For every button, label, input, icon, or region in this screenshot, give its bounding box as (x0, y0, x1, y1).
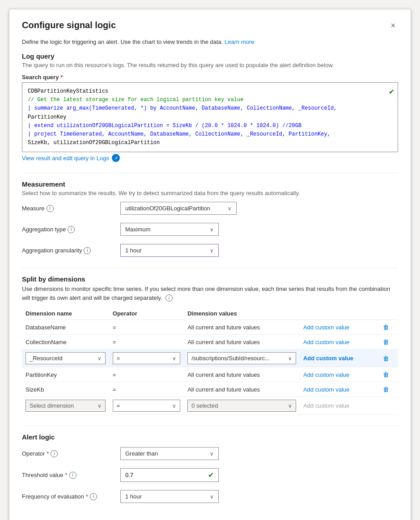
add-custom-disabled: Add custom value (303, 402, 349, 409)
table-row: CollectionName = All current and future … (22, 335, 398, 350)
aggregation-type-dropdown-arrow: ∨ (210, 226, 214, 233)
panel-title: Configure signal logic (22, 20, 116, 30)
operator-header: Operator (109, 307, 184, 320)
dim-name-header: Dimension name (22, 307, 109, 320)
measurement-title: Measurement (22, 180, 398, 188)
aggregation-type-dropdown[interactable]: Maximum ∨ (120, 223, 219, 236)
operator-info-icon[interactable]: i (51, 450, 58, 457)
external-link-icon: ↗ (112, 154, 120, 162)
frequency-required-marker: * (86, 493, 88, 500)
query-line-1: CDBPartitionKeyStatistics (28, 87, 382, 96)
dim-name-dropdown[interactable]: _ResourceId ∨ (25, 352, 106, 364)
learn-more-link[interactable]: Learn more (225, 38, 254, 45)
operator-cell: = ∨ (109, 397, 184, 415)
add-custom-link[interactable]: Add custom value (303, 386, 349, 393)
measure-dropdown-arrow: ∨ (228, 205, 232, 212)
dim-values-cell: All current and future values (184, 335, 300, 350)
close-button[interactable]: × (388, 20, 398, 31)
operator-row: Operator * i Greater than ∨ (22, 447, 398, 460)
operator-cell: = (109, 335, 184, 350)
operator-dropdown[interactable]: Greater than ∨ (120, 447, 219, 460)
split-title: Split by dimensions (22, 275, 398, 283)
add-custom-link[interactable]: Add custom value (303, 324, 349, 331)
frequency-row: Frequency of evaluation * i 1 hour ∨ (22, 490, 398, 503)
table-row: Select dimension ∨ = ∨ 0 selected (22, 397, 398, 415)
operator-dropdown-arrow: ∨ (172, 355, 176, 362)
dimensions-table: Dimension name Operator Dimension values… (22, 307, 398, 415)
trash-icon: 🗑 (383, 371, 389, 378)
add-custom-link[interactable]: Add custom value (303, 355, 353, 362)
threshold-input-wrapper: ✔ (120, 468, 219, 482)
threshold-info-icon[interactable]: i (69, 472, 76, 479)
dim-values-dropdown-new[interactable]: 0 selected ∨ (187, 400, 296, 412)
threshold-label: Threshold value * i (22, 472, 120, 479)
required-marker: * (60, 74, 63, 81)
split-info-icon[interactable]: i (165, 294, 173, 302)
add-custom-link[interactable]: Add custom value (303, 371, 349, 378)
add-custom-cell: Add custom value (300, 350, 377, 367)
dim-values-dropdown[interactable]: /subscriptions/SubId/resourc... ∨ (187, 352, 296, 364)
measurement-desc: Select how to summarize the results. We … (22, 190, 398, 196)
add-custom-link[interactable]: Add custom value (303, 339, 349, 345)
operator-dropdown-new[interactable]: = ∨ (113, 400, 180, 412)
panel-header: Configure signal logic × (22, 20, 398, 31)
aggregation-granularity-label: Aggregation granularity i (22, 247, 120, 254)
aggregation-type-label: Aggregation type i (22, 226, 120, 233)
delete-cell: 🗑 (377, 320, 398, 335)
delete-row-button[interactable]: 🗑 (380, 323, 392, 332)
aggregation-granularity-dropdown[interactable]: 1 hour ∨ (120, 244, 219, 257)
delete-cell: 🗑 (377, 350, 398, 367)
dim-values-dropdown-arrow: ∨ (288, 355, 292, 362)
search-query-label: Search query * (22, 74, 398, 81)
threshold-row: Threshold value * i ✔ (22, 468, 398, 482)
frequency-label: Frequency of evaluation * i (22, 493, 120, 500)
alert-logic-section: Alert logic Operator * i Greater than ∨ … (22, 433, 398, 503)
dimensions-header-row: Dimension name Operator Dimension values (22, 307, 398, 320)
query-valid-icon: ✔ (389, 86, 394, 96)
frequency-dropdown-arrow: ∨ (210, 494, 214, 500)
dim-values-cell: All current and future values (184, 382, 300, 397)
delete-row-button[interactable]: 🗑 (380, 385, 392, 394)
add-custom-cell: Add custom value (300, 397, 377, 415)
search-query-box[interactable]: CDBPartitionKeyStatistics // Get the lat… (22, 82, 398, 152)
dim-values-cell: 0 selected ∨ (184, 397, 300, 415)
threshold-valid-icon: ✔ (208, 471, 214, 479)
operator-dropdown-new-arrow: ∨ (172, 403, 176, 409)
frequency-dropdown[interactable]: 1 hour ∨ (120, 490, 219, 503)
frequency-info-icon[interactable]: i (90, 493, 97, 500)
operator-required-marker: * (47, 450, 49, 457)
query-line-6: | project TimeGenerated, AccountName, Da… (28, 130, 382, 139)
threshold-required-marker: * (65, 472, 68, 478)
configure-signal-logic-panel: Configure signal logic × Define the logi… (9, 9, 411, 520)
add-custom-cell: Add custom value (300, 335, 377, 350)
delete-row-button[interactable]: 🗑 (380, 370, 392, 379)
operator-dropdown[interactable]: = ∨ (113, 352, 180, 364)
measurement-section: Measurement Select how to summarize the … (22, 180, 398, 257)
operator-dropdown-arrow: ∨ (210, 451, 214, 457)
delete-cell: 🗑 (377, 367, 398, 382)
log-query-title: Log query (22, 52, 398, 60)
operator-cell: = (109, 320, 184, 335)
dim-name-cell: Select dimension ∨ (22, 397, 109, 415)
query-line-3: | summarize arg_max(TimeGenerated, *) by… (28, 104, 382, 113)
query-line-5: | extend utilizationOf20GBLogicalPartiti… (28, 122, 382, 130)
measure-row: Measure i utilizationOf20GBLogicalPartit… (22, 202, 398, 215)
log-query-section: Log query The query to run on this resou… (22, 52, 398, 162)
table-row: PartitionKey = All current and future va… (22, 367, 398, 382)
aggregation-granularity-info-icon[interactable]: i (84, 247, 91, 254)
measure-info-icon[interactable]: i (47, 205, 54, 212)
aggregation-granularity-row: Aggregation granularity i 1 hour ∨ (22, 244, 398, 257)
view-result-link[interactable]: View result and edit query in Logs ↗ (22, 154, 398, 162)
threshold-input[interactable] (125, 472, 208, 478)
dim-values-header: Dimension values (184, 307, 300, 320)
aggregation-type-info-icon[interactable]: i (68, 226, 75, 233)
dim-name-cell: SizeKb (22, 382, 109, 397)
add-custom-header (300, 307, 377, 320)
delete-row-button[interactable]: 🗑 (380, 337, 392, 346)
delete-row-button[interactable]: 🗑 (380, 354, 392, 363)
measure-dropdown[interactable]: utilizationOf20GBLogicalPartition ∨ (120, 202, 237, 215)
aggregation-granularity-dropdown-arrow: ∨ (210, 247, 214, 254)
query-line-7: SizeKb, utilizationOf20GBLogicalPartitio… (28, 139, 382, 147)
delete-cell (377, 397, 398, 415)
dim-name-dropdown-new[interactable]: Select dimension ∨ (25, 400, 106, 412)
